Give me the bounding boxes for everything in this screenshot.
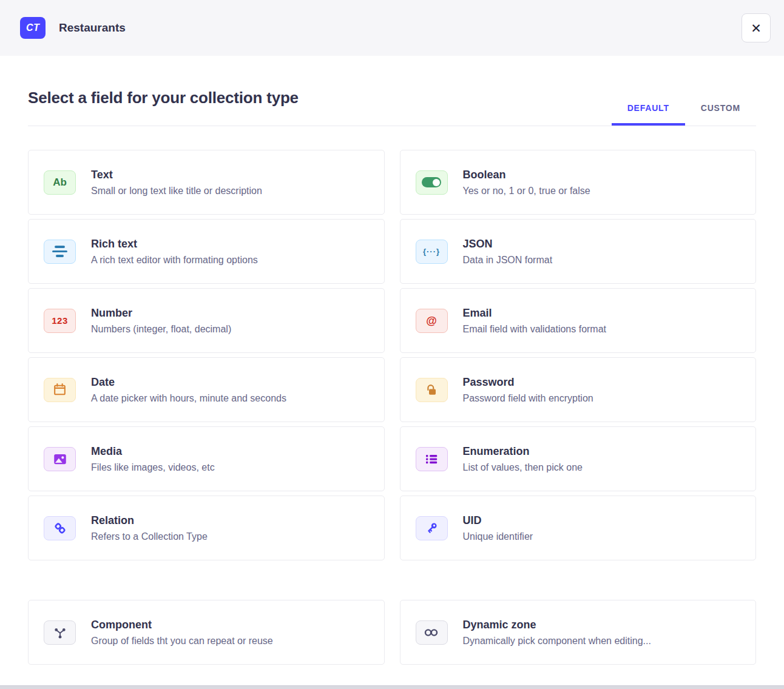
field-card-text: Enumeration List of values, then pick on… <box>463 445 583 473</box>
modal-header: CT Restaurants ✕ <box>0 0 784 56</box>
field-name: Date <box>91 376 286 389</box>
collection-type-badge: CT <box>20 17 46 39</box>
modal-body: Select a field for your collection type … <box>0 56 784 689</box>
field-description: A date picker with hours, minute and sec… <box>91 393 286 404</box>
page-title: Select a field for your collection type <box>28 89 299 126</box>
media-picture-icon <box>44 447 76 471</box>
field-description: A rich text editor with formating option… <box>91 255 258 266</box>
field-card-text: Component Group of fields tht you can re… <box>91 619 273 647</box>
field-name: Relation <box>91 514 208 527</box>
collection-name: Restaurants <box>59 21 126 35</box>
field-card-text: JSON Data in JSON format <box>463 238 553 266</box>
field-name: Text <box>91 169 262 181</box>
field-description: Group of fields tht you can repeat or re… <box>91 636 273 647</box>
modal-header-left: CT Restaurants <box>20 17 126 39</box>
field-name: Enumeration <box>463 445 583 458</box>
field-card-text: Boolean Yes or no, 1 or 0, true or false <box>463 169 590 197</box>
field-card-text[interactable]: Ab Text Small or long text like title or… <box>28 150 385 215</box>
field-description: List of values, then pick one <box>463 462 583 473</box>
field-card-relation[interactable]: Relation Refers to a Collection Type <box>28 496 385 560</box>
field-description: Numbers (integer, float, decimal) <box>91 324 231 335</box>
field-name: Dynamic zone <box>463 619 651 631</box>
tab-custom[interactable]: CUSTOM <box>685 103 756 126</box>
field-card-text: Rich text A rich text editor with format… <box>91 238 258 266</box>
field-description: Email field with validations format <box>463 324 607 335</box>
text-icon: Ab <box>44 170 76 195</box>
field-card-text: Date A date picker with hours, minute an… <box>91 376 286 404</box>
field-name: Boolean <box>463 169 590 181</box>
field-source-tabs: DEFAULT CUSTOM <box>612 103 756 126</box>
chain-link-icon <box>44 516 76 540</box>
field-description: Yes or no, 1 or 0, true or false <box>463 186 590 197</box>
field-description: Files like images, videos, etc <box>91 462 215 473</box>
infinity-icon <box>416 620 448 645</box>
field-description: Data in JSON format <box>463 255 553 266</box>
field-card-text: Text Small or long text like title or de… <box>91 169 262 197</box>
component-nodes-icon <box>44 620 76 645</box>
boolean-toggle-icon <box>416 170 448 195</box>
bullet-list-icon <box>416 447 448 471</box>
field-card-text: Password Password field with encryption <box>463 376 593 404</box>
field-card-number[interactable]: 123 Number Numbers (integer, float, deci… <box>28 288 385 353</box>
add-field-modal: CT Restaurants ✕ Select a field for your… <box>0 0 784 689</box>
field-name: Number <box>91 307 231 320</box>
field-description: Unique identifier <box>463 531 533 542</box>
field-card-rich-text[interactable]: Rich text A rich text editor with format… <box>28 219 385 284</box>
field-name: Rich text <box>91 238 258 250</box>
number-icon: 123 <box>44 309 76 333</box>
field-name: Component <box>91 619 273 631</box>
field-card-text: Media Files like images, videos, etc <box>91 445 215 473</box>
field-description: Dynamically pick component when editing.… <box>463 636 651 647</box>
field-card-json[interactable]: {···} JSON Data in JSON format <box>400 219 757 284</box>
field-card-boolean[interactable]: Boolean Yes or no, 1 or 0, true or false <box>400 150 757 215</box>
field-name: Password <box>463 376 593 389</box>
json-braces-icon: {···} <box>416 240 448 264</box>
tab-default[interactable]: DEFAULT <box>612 103 685 126</box>
field-card-email[interactable]: @ Email Email field with validations for… <box>400 288 757 353</box>
structural-fields-grid: Component Group of fields tht you can re… <box>28 600 756 665</box>
field-name: Media <box>91 445 215 458</box>
field-description: Password field with encryption <box>463 393 593 404</box>
field-card-dynamic-zone[interactable]: Dynamic zone Dynamically pick component … <box>400 600 757 665</box>
field-card-password[interactable]: Password Password field with encryption <box>400 357 757 422</box>
field-card-text: Dynamic zone Dynamically pick component … <box>463 619 651 647</box>
rich-text-icon <box>44 240 76 264</box>
field-description: Refers to a Collection Type <box>91 531 208 542</box>
field-card-text: Email Email field with validations forma… <box>463 307 607 335</box>
field-card-enumeration[interactable]: Enumeration List of values, then pick on… <box>400 426 757 491</box>
email-at-icon: @ <box>416 309 448 333</box>
default-fields-grid: Ab Text Small or long text like title or… <box>28 150 756 560</box>
field-card-uid[interactable]: UID Unique identifier <box>400 496 757 560</box>
field-card-text: UID Unique identifier <box>463 514 533 542</box>
calendar-icon <box>44 378 76 402</box>
close-button[interactable]: ✕ <box>742 13 771 42</box>
footer-edge-divider <box>0 685 784 689</box>
title-row: Select a field for your collection type … <box>28 89 756 126</box>
field-description: Small or long text like title or descrip… <box>91 186 262 197</box>
field-card-text: Number Numbers (integer, float, decimal) <box>91 307 231 335</box>
padlock-icon <box>416 378 448 402</box>
key-icon <box>416 516 448 540</box>
field-card-media[interactable]: Media Files like images, videos, etc <box>28 426 385 491</box>
field-card-text: Relation Refers to a Collection Type <box>91 514 208 542</box>
field-card-date[interactable]: Date A date picker with hours, minute an… <box>28 357 385 422</box>
field-name: Email <box>463 307 607 320</box>
close-icon: ✕ <box>751 22 762 35</box>
field-name: UID <box>463 514 533 527</box>
field-card-component[interactable]: Component Group of fields tht you can re… <box>28 600 385 665</box>
field-name: JSON <box>463 238 553 250</box>
